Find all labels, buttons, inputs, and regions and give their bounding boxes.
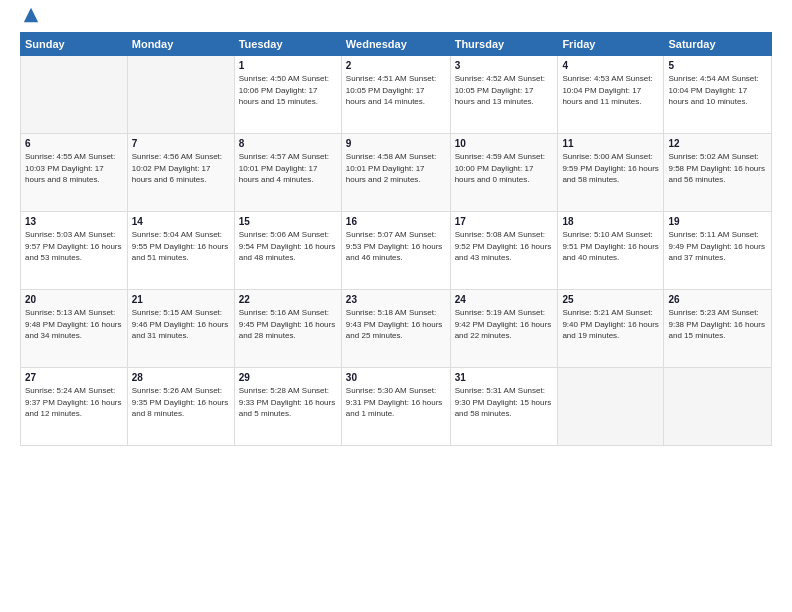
day-cell: 15Sunrise: 5:06 AM Sunset: 9:54 PM Dayli… (234, 212, 341, 290)
day-detail: Sunrise: 5:30 AM Sunset: 9:31 PM Dayligh… (346, 385, 446, 420)
weekday-header-saturday: Saturday (664, 33, 772, 56)
day-number: 10 (455, 138, 554, 149)
day-cell: 28Sunrise: 5:26 AM Sunset: 9:35 PM Dayli… (127, 368, 234, 446)
day-number: 2 (346, 60, 446, 71)
week-row-3: 13Sunrise: 5:03 AM Sunset: 9:57 PM Dayli… (21, 212, 772, 290)
day-number: 8 (239, 138, 337, 149)
day-cell: 21Sunrise: 5:15 AM Sunset: 9:46 PM Dayli… (127, 290, 234, 368)
day-detail: Sunrise: 5:13 AM Sunset: 9:48 PM Dayligh… (25, 307, 123, 342)
week-row-5: 27Sunrise: 5:24 AM Sunset: 9:37 PM Dayli… (21, 368, 772, 446)
day-cell: 1Sunrise: 4:50 AM Sunset: 10:06 PM Dayli… (234, 56, 341, 134)
day-detail: Sunrise: 5:26 AM Sunset: 9:35 PM Dayligh… (132, 385, 230, 420)
day-detail: Sunrise: 5:18 AM Sunset: 9:43 PM Dayligh… (346, 307, 446, 342)
day-cell: 27Sunrise: 5:24 AM Sunset: 9:37 PM Dayli… (21, 368, 128, 446)
day-number: 22 (239, 294, 337, 305)
day-detail: Sunrise: 4:57 AM Sunset: 10:01 PM Daylig… (239, 151, 337, 186)
day-detail: Sunrise: 4:56 AM Sunset: 10:02 PM Daylig… (132, 151, 230, 186)
weekday-header-sunday: Sunday (21, 33, 128, 56)
day-cell: 14Sunrise: 5:04 AM Sunset: 9:55 PM Dayli… (127, 212, 234, 290)
day-number: 5 (668, 60, 767, 71)
day-number: 25 (562, 294, 659, 305)
day-cell: 29Sunrise: 5:28 AM Sunset: 9:33 PM Dayli… (234, 368, 341, 446)
day-cell (127, 56, 234, 134)
day-number: 26 (668, 294, 767, 305)
day-detail: Sunrise: 4:54 AM Sunset: 10:04 PM Daylig… (668, 73, 767, 108)
day-number: 27 (25, 372, 123, 383)
day-cell: 10Sunrise: 4:59 AM Sunset: 10:00 PM Dayl… (450, 134, 558, 212)
logo-icon (22, 6, 40, 24)
day-number: 30 (346, 372, 446, 383)
day-number: 18 (562, 216, 659, 227)
day-detail: Sunrise: 5:04 AM Sunset: 9:55 PM Dayligh… (132, 229, 230, 264)
day-detail: Sunrise: 4:59 AM Sunset: 10:00 PM Daylig… (455, 151, 554, 186)
day-detail: Sunrise: 4:53 AM Sunset: 10:04 PM Daylig… (562, 73, 659, 108)
day-detail: Sunrise: 5:11 AM Sunset: 9:49 PM Dayligh… (668, 229, 767, 264)
day-number: 11 (562, 138, 659, 149)
day-detail: Sunrise: 5:00 AM Sunset: 9:59 PM Dayligh… (562, 151, 659, 186)
day-cell: 16Sunrise: 5:07 AM Sunset: 9:53 PM Dayli… (341, 212, 450, 290)
day-number: 14 (132, 216, 230, 227)
calendar: SundayMondayTuesdayWednesdayThursdayFrid… (20, 32, 772, 446)
day-cell: 5Sunrise: 4:54 AM Sunset: 10:04 PM Dayli… (664, 56, 772, 134)
week-row-1: 1Sunrise: 4:50 AM Sunset: 10:06 PM Dayli… (21, 56, 772, 134)
day-cell: 7Sunrise: 4:56 AM Sunset: 10:02 PM Dayli… (127, 134, 234, 212)
weekday-header-monday: Monday (127, 33, 234, 56)
day-cell (21, 56, 128, 134)
day-cell: 11Sunrise: 5:00 AM Sunset: 9:59 PM Dayli… (558, 134, 664, 212)
day-number: 19 (668, 216, 767, 227)
day-number: 29 (239, 372, 337, 383)
day-detail: Sunrise: 5:23 AM Sunset: 9:38 PM Dayligh… (668, 307, 767, 342)
day-number: 15 (239, 216, 337, 227)
day-detail: Sunrise: 5:08 AM Sunset: 9:52 PM Dayligh… (455, 229, 554, 264)
day-detail: Sunrise: 5:24 AM Sunset: 9:37 PM Dayligh… (25, 385, 123, 420)
page: SundayMondayTuesdayWednesdayThursdayFrid… (0, 0, 792, 612)
day-number: 20 (25, 294, 123, 305)
day-cell: 6Sunrise: 4:55 AM Sunset: 10:03 PM Dayli… (21, 134, 128, 212)
day-number: 24 (455, 294, 554, 305)
day-number: 16 (346, 216, 446, 227)
day-detail: Sunrise: 5:03 AM Sunset: 9:57 PM Dayligh… (25, 229, 123, 264)
day-detail: Sunrise: 5:16 AM Sunset: 9:45 PM Dayligh… (239, 307, 337, 342)
day-number: 17 (455, 216, 554, 227)
day-detail: Sunrise: 4:55 AM Sunset: 10:03 PM Daylig… (25, 151, 123, 186)
day-detail: Sunrise: 5:31 AM Sunset: 9:30 PM Dayligh… (455, 385, 554, 420)
day-detail: Sunrise: 5:21 AM Sunset: 9:40 PM Dayligh… (562, 307, 659, 342)
day-cell: 22Sunrise: 5:16 AM Sunset: 9:45 PM Dayli… (234, 290, 341, 368)
day-detail: Sunrise: 4:51 AM Sunset: 10:05 PM Daylig… (346, 73, 446, 108)
day-cell: 31Sunrise: 5:31 AM Sunset: 9:30 PM Dayli… (450, 368, 558, 446)
day-cell: 2Sunrise: 4:51 AM Sunset: 10:05 PM Dayli… (341, 56, 450, 134)
day-cell: 30Sunrise: 5:30 AM Sunset: 9:31 PM Dayli… (341, 368, 450, 446)
day-cell: 20Sunrise: 5:13 AM Sunset: 9:48 PM Dayli… (21, 290, 128, 368)
weekday-header-thursday: Thursday (450, 33, 558, 56)
day-number: 1 (239, 60, 337, 71)
day-cell: 18Sunrise: 5:10 AM Sunset: 9:51 PM Dayli… (558, 212, 664, 290)
day-cell: 23Sunrise: 5:18 AM Sunset: 9:43 PM Dayli… (341, 290, 450, 368)
day-cell (558, 368, 664, 446)
week-row-4: 20Sunrise: 5:13 AM Sunset: 9:48 PM Dayli… (21, 290, 772, 368)
week-row-2: 6Sunrise: 4:55 AM Sunset: 10:03 PM Dayli… (21, 134, 772, 212)
day-cell: 19Sunrise: 5:11 AM Sunset: 9:49 PM Dayli… (664, 212, 772, 290)
day-detail: Sunrise: 4:50 AM Sunset: 10:06 PM Daylig… (239, 73, 337, 108)
day-cell (664, 368, 772, 446)
day-cell: 25Sunrise: 5:21 AM Sunset: 9:40 PM Dayli… (558, 290, 664, 368)
weekday-header-wednesday: Wednesday (341, 33, 450, 56)
day-cell: 17Sunrise: 5:08 AM Sunset: 9:52 PM Dayli… (450, 212, 558, 290)
day-detail: Sunrise: 5:28 AM Sunset: 9:33 PM Dayligh… (239, 385, 337, 420)
day-number: 23 (346, 294, 446, 305)
day-cell: 12Sunrise: 5:02 AM Sunset: 9:58 PM Dayli… (664, 134, 772, 212)
day-cell: 26Sunrise: 5:23 AM Sunset: 9:38 PM Dayli… (664, 290, 772, 368)
day-number: 13 (25, 216, 123, 227)
day-detail: Sunrise: 5:10 AM Sunset: 9:51 PM Dayligh… (562, 229, 659, 264)
weekday-header-row: SundayMondayTuesdayWednesdayThursdayFrid… (21, 33, 772, 56)
day-detail: Sunrise: 5:15 AM Sunset: 9:46 PM Dayligh… (132, 307, 230, 342)
day-number: 6 (25, 138, 123, 149)
day-detail: Sunrise: 5:02 AM Sunset: 9:58 PM Dayligh… (668, 151, 767, 186)
day-number: 21 (132, 294, 230, 305)
day-number: 9 (346, 138, 446, 149)
day-cell: 4Sunrise: 4:53 AM Sunset: 10:04 PM Dayli… (558, 56, 664, 134)
day-cell: 8Sunrise: 4:57 AM Sunset: 10:01 PM Dayli… (234, 134, 341, 212)
header (20, 16, 772, 24)
logo (20, 16, 40, 24)
day-number: 31 (455, 372, 554, 383)
day-number: 28 (132, 372, 230, 383)
